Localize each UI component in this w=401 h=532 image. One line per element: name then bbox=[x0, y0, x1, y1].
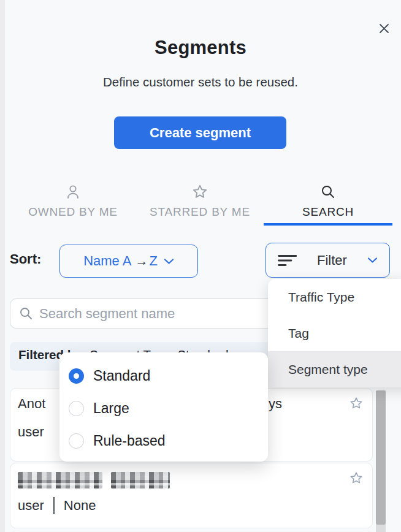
segment-list-item[interactable]: user None bbox=[10, 463, 373, 528]
filter-menu-item-traffic-type[interactable]: Traffic Type bbox=[268, 279, 401, 315]
radio-unselected-icon bbox=[69, 401, 84, 416]
segment-subtitle: user bbox=[18, 424, 44, 440]
tab-label: STARRED BY ME bbox=[150, 205, 250, 219]
sort-dropdown[interactable]: Name A → Z bbox=[59, 245, 198, 278]
filter-lines-icon bbox=[278, 254, 297, 267]
segment-type-option-large[interactable]: Large bbox=[59, 392, 268, 425]
arrow-right-icon: → bbox=[135, 254, 148, 268]
radio-selected-icon bbox=[69, 368, 84, 384]
create-segment-button[interactable]: Create segment bbox=[114, 116, 286, 149]
segment-type-popover: Standard Large Rule-based bbox=[59, 352, 268, 462]
chevron-down-icon bbox=[367, 257, 378, 264]
scrollbar-track bbox=[376, 390, 386, 532]
close-button[interactable] bbox=[374, 18, 394, 38]
page-subtitle: Define customer sets to be reused. bbox=[0, 75, 401, 89]
option-label: Large bbox=[93, 400, 129, 417]
separator bbox=[53, 497, 55, 514]
search-icon bbox=[319, 183, 337, 201]
person-icon bbox=[64, 183, 82, 201]
tab-search[interactable]: SEARCH bbox=[264, 179, 392, 226]
star-toggle-icon[interactable] bbox=[349, 396, 364, 411]
filter-menu-item-tag[interactable]: Tag bbox=[268, 315, 401, 351]
scrollbar-thumb[interactable] bbox=[376, 390, 386, 525]
sort-label: Sort: bbox=[10, 251, 41, 267]
filter-dropdown-button[interactable]: Filter bbox=[265, 243, 390, 278]
radio-unselected-icon bbox=[69, 433, 84, 449]
segment-title-fragment: Anot bbox=[18, 396, 45, 412]
segment-tag: None bbox=[64, 498, 96, 514]
tab-label: OWNED BY ME bbox=[28, 205, 118, 219]
tab-starred-by-me[interactable]: STARRED BY ME bbox=[142, 179, 258, 226]
segment-type-option-rule-based[interactable]: Rule-based bbox=[59, 425, 268, 457]
tab-label: SEARCH bbox=[302, 205, 354, 219]
search-icon bbox=[19, 306, 33, 321]
redacted-segment-title bbox=[18, 472, 170, 488]
filter-menu-item-segment-type[interactable]: Segment type bbox=[268, 351, 401, 387]
star-toggle-icon[interactable] bbox=[349, 471, 364, 485]
segment-owner: user bbox=[18, 498, 44, 514]
star-icon bbox=[191, 183, 208, 201]
segment-title-fragment: ys bbox=[269, 396, 282, 412]
chevron-down-icon bbox=[164, 258, 174, 265]
close-icon bbox=[379, 23, 389, 34]
filter-menu: Traffic Type Tag Segment type bbox=[268, 279, 401, 387]
filter-label: Filter bbox=[297, 253, 367, 268]
tab-owned-by-me[interactable]: OWNED BY ME bbox=[21, 179, 125, 226]
sort-value: Name A bbox=[83, 253, 131, 269]
option-label: Rule-based bbox=[93, 433, 166, 449]
segment-subtitle: user None bbox=[18, 497, 96, 514]
sort-value-suffix: Z bbox=[149, 253, 157, 269]
segment-type-option-standard[interactable]: Standard bbox=[59, 360, 268, 392]
page-title: Segments bbox=[0, 37, 401, 59]
option-label: Standard bbox=[93, 368, 150, 384]
